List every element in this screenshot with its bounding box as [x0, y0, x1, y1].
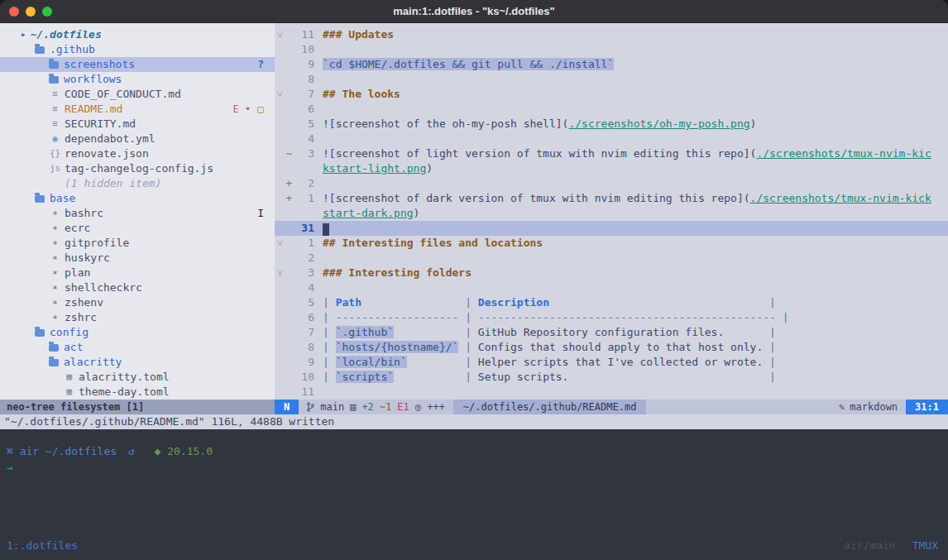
git-sign: +: [285, 176, 293, 191]
editor-line[interactable]: 7| `.github` | GitHub Repository configu…: [275, 325, 948, 340]
line-text: ![screenshot of dark version of tmux wit…: [323, 191, 931, 206]
editor-line[interactable]: ˅7## The looks: [275, 87, 948, 102]
tree-item-ecrc[interactable]: ∗ecrc: [0, 221, 275, 236]
line-number: 9: [293, 355, 314, 370]
tmux-window-item[interactable]: 1:.dotfiles: [7, 539, 78, 560]
git-sign: [285, 385, 293, 400]
gutter-gap: [314, 176, 323, 191]
tree-item-label: dependabot.yml: [65, 132, 156, 146]
tree-item-README.md[interactable]: ≡README.mdE •▢: [0, 102, 275, 117]
editor-line[interactable]: 6: [275, 102, 948, 117]
tree-item-label: screenshots: [64, 57, 135, 72]
line-number: 1: [293, 236, 314, 251]
editor-line[interactable]: kstart-light.png): [275, 161, 948, 176]
tree-item-bashrc[interactable]: ∗bashrcI: [0, 206, 275, 221]
tree-root-label: ~/.dotfiles: [31, 27, 102, 42]
sh-file-icon: ∗: [49, 280, 61, 295]
tree-folder-alacritty[interactable]: alacritty: [0, 355, 275, 370]
tree-item-plan[interactable]: ∗plan: [0, 266, 275, 280]
hidden-items-note: (1 hidden item): [65, 176, 161, 191]
editor-line[interactable]: 8: [275, 72, 948, 87]
line-text: ### Interesting folders: [323, 266, 472, 280]
editor-line[interactable]: ~3![screenshot of light version of tmux …: [275, 146, 948, 161]
tree-folder-.github[interactable]: .github: [0, 42, 275, 57]
editor-line[interactable]: 4: [275, 132, 948, 146]
tree-item-shellcheckrc[interactable]: ∗shellcheckrc: [0, 280, 275, 295]
close-button[interactable]: [9, 7, 19, 17]
tree-item-tag-changelog-config.js[interactable]: jstag-changelog-config.js: [0, 161, 275, 176]
editor-line[interactable]: 6| ------------------- | ---------------…: [275, 310, 948, 325]
tree-item-zshenv[interactable]: ∗zshenv: [0, 295, 275, 310]
editor-line[interactable]: 10| `scripts` | Setup scripts. |: [275, 370, 948, 385]
tree-item-huskyrc[interactable]: ∗huskyrc: [0, 251, 275, 266]
fold-marker: [275, 57, 285, 72]
gutter-gap: [314, 295, 323, 310]
tree-item-badge: ▢: [257, 102, 275, 117]
editor-line[interactable]: 11: [275, 385, 948, 400]
traffic-lights: [9, 7, 52, 17]
fold-marker: [275, 370, 285, 385]
tree-folder-base[interactable]: base: [0, 191, 275, 206]
line-number: 8: [293, 340, 314, 355]
shell-prompt: ⌘ air ~/.dotfiles ↺ ◆ 20.15.0: [0, 429, 948, 457]
tree-item-label: alacritty.toml: [79, 370, 170, 385]
tree-folder-screenshots[interactable]: screenshots?: [0, 57, 275, 72]
editor-line[interactable]: 8| `hosts/{hostname}/` | Configs that sh…: [275, 340, 948, 355]
editor-line[interactable]: start-dark.png): [275, 206, 948, 221]
shell-pane[interactable]: ⌘ air ~/.dotfiles ↺ ◆ 20.15.0 → 1:.dotfi…: [0, 429, 948, 560]
tree-item-dependabot.yml[interactable]: ◉dependabot.yml: [0, 132, 275, 146]
editor-line[interactable]: +2: [275, 176, 948, 191]
tree-item-label: .github: [50, 42, 95, 57]
terminal-window: main:1:.dotfiles - "ks~/.dotfiles" ▸~/.d…: [0, 0, 948, 560]
editor-line[interactable]: 9`cd $HOME/.dotfiles && git pull && ./in…: [275, 57, 948, 72]
git-sign: [285, 206, 293, 221]
minimize-button[interactable]: [26, 7, 36, 17]
tree-item--1-hidden-item-[interactable]: (1 hidden item): [0, 176, 275, 191]
diff-changed: ~1: [380, 400, 391, 414]
tree-item-label: workflows: [64, 72, 122, 87]
tree-folder-workflows[interactable]: workflows: [0, 72, 275, 87]
editor-line[interactable]: +1![screenshot of dark version of tmux w…: [275, 191, 948, 206]
editor-line[interactable]: 10: [275, 42, 948, 57]
fold-marker: [275, 385, 285, 400]
tree-item-label: README.md: [65, 102, 122, 117]
gutter-gap: [314, 340, 323, 355]
fullscreen-button[interactable]: [42, 7, 52, 17]
editor-pane[interactable]: ˅11### Updates109`cd $HOME/.dotfiles && …: [275, 23, 948, 400]
editor-line[interactable]: 9| `local/bin` | Helper scripts that I'v…: [275, 355, 948, 370]
editor-line[interactable]: 5![screenshot of the oh-my-posh shell](.…: [275, 117, 948, 132]
tree-item-alacritty.toml[interactable]: ▦alacritty.toml: [0, 370, 275, 385]
editor-cursor-line[interactable]: 31: [275, 221, 948, 236]
editor-line[interactable]: 4: [275, 280, 948, 295]
editor-line[interactable]: ˅3### Interesting folders: [275, 266, 948, 280]
git-sign: [285, 355, 293, 370]
line-number: 7: [293, 87, 314, 102]
tree-item-gitprofile[interactable]: ∗gitprofile: [0, 236, 275, 251]
fold-marker: ˅: [275, 236, 285, 251]
tree-item-renovate.json[interactable]: {}renovate.json: [0, 146, 275, 161]
tree-item-label: renovate.json: [65, 146, 149, 161]
sh-file-icon: ∗: [49, 236, 61, 251]
tree-item-SECURITY.md[interactable]: ≡SECURITY.md: [0, 117, 275, 132]
tree-item-zshrc[interactable]: ∗zshrc: [0, 310, 275, 325]
command-line-message: "~/.dotfiles/.github/README.md" 116L, 44…: [0, 414, 948, 429]
line-text: | `scripts` | Setup scripts. |: [323, 370, 776, 385]
git-sign: [285, 72, 293, 87]
sh-file-icon: ∗: [49, 295, 61, 310]
line-number: 10: [293, 42, 314, 57]
editor-line[interactable]: 5| Path | Description |: [275, 295, 948, 310]
gutter-gap: [314, 370, 323, 385]
window-title: main:1:.dotfiles - "ks~/.dotfiles": [393, 5, 554, 17]
tree-item-CODE-OF-CONDUCT.md[interactable]: ≡CODE_OF_CONDUCT.md: [0, 87, 275, 102]
editor-line[interactable]: ˅11### Updates: [275, 27, 948, 42]
editor-line[interactable]: 2: [275, 251, 948, 266]
editor-line[interactable]: ˅1## Interesting files and locations: [275, 236, 948, 251]
tree-folder-act[interactable]: act: [0, 340, 275, 355]
git-sign: [285, 325, 293, 340]
prompt-path: ~/.dotfiles: [45, 445, 117, 457]
tree-folder-~-.dotfiles[interactable]: ▸~/.dotfiles: [0, 27, 275, 42]
fold-marker: [275, 251, 285, 266]
tree-item-theme-day.toml[interactable]: ▦theme-day.toml: [0, 385, 275, 400]
tree-folder-config[interactable]: config: [0, 325, 275, 340]
tree-item-label: act: [64, 340, 83, 355]
